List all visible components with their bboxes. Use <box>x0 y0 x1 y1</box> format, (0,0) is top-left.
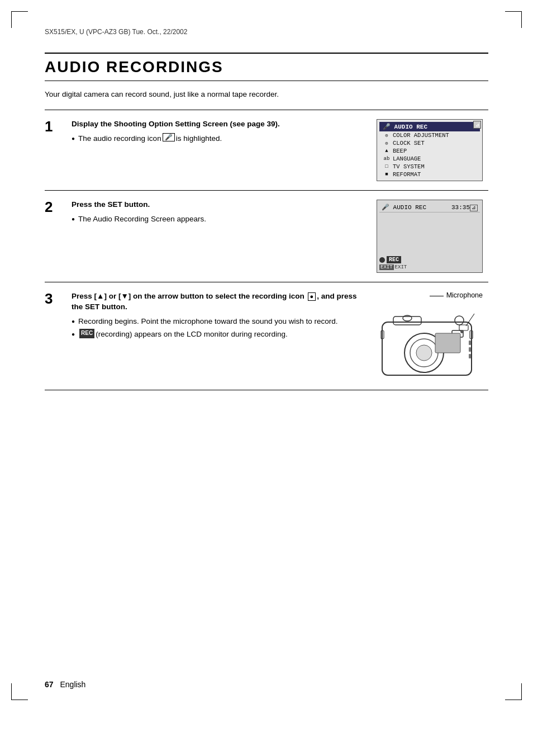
menu-header-1: 🎤 AUDIO REC ⊿ <box>379 122 480 131</box>
tv-icon: □ <box>383 164 391 169</box>
rec-button: REC <box>387 256 401 263</box>
step-3-bullet-1: Recording begins. Point the microphone t… <box>72 316 365 327</box>
page-footer: 67 English <box>45 680 85 689</box>
exit-highlight: EXIT <box>379 264 394 270</box>
step-1-bullets: The audio recording icon 🎤 is highlighte… <box>72 133 365 144</box>
menu-item-beep: ▲ BEEP <box>379 147 480 155</box>
svg-rect-6 <box>459 325 468 330</box>
audio-icon-inline: 🎤 <box>163 133 175 141</box>
step-1-number: 1 <box>45 119 67 134</box>
menu-item-color: ⊙ COLOR ADJUSTMENT <box>379 131 480 139</box>
page-number: 67 <box>45 680 54 689</box>
color-icon: ⊙ <box>383 133 391 139</box>
screen-menu-1: 🎤 AUDIO REC ⊿ ⊙ COLOR ADJUSTMENT ⊙ CLOCK… <box>377 119 483 181</box>
menu-item-reformat: ■ REFORMAT <box>379 171 480 178</box>
reformat-label: REFORMAT <box>393 171 421 178</box>
audio-header-label: 🎤 AUDIO REC <box>382 204 426 211</box>
step-1-bullet-1: The audio recording icon 🎤 is highlighte… <box>72 133 365 144</box>
menu-header-mic: 🎤 AUDIO REC <box>383 123 427 130</box>
menu-item-lang: ab LANGUAGE <box>379 155 480 163</box>
svg-rect-14 <box>469 347 471 352</box>
svg-rect-13 <box>469 341 471 345</box>
audio-time: 33:35⊿ <box>451 204 478 211</box>
step-3-number: 3 <box>45 291 67 306</box>
audio-header: 🎤 AUDIO REC 33:35⊿ <box>379 202 480 212</box>
microphone-label: Microphone <box>446 291 483 299</box>
step-3-bullet-2: REC (recording) appears on the LCD monit… <box>72 329 365 340</box>
svg-point-11 <box>460 330 464 333</box>
beep-icon: ▲ <box>383 148 391 154</box>
audio-footer: REC <box>379 254 480 263</box>
rec-badge: REC <box>79 329 94 338</box>
footer-language: English <box>60 680 85 689</box>
svg-rect-16 <box>435 333 460 353</box>
step-2-content: Press the SET button. The Audio Recordin… <box>72 200 377 226</box>
step-3: 3 Press [▲] or [▼] on the arrow button t… <box>45 282 488 390</box>
lang-label: LANGUAGE <box>393 155 421 162</box>
lang-icon: ab <box>383 156 391 162</box>
step-1: 1 Display the Shooting Option Setting Sc… <box>45 110 488 190</box>
audio-body <box>379 215 480 254</box>
page-title: AUDIO RECORDINGS <box>45 58 488 76</box>
camera-illustration <box>377 303 488 381</box>
step-1-title: Display the Shooting Option Setting Scre… <box>72 119 365 130</box>
screen-corner-1: ⊿ <box>473 121 481 129</box>
step-2-bullets: The Audio Recording Screen appears. <box>72 214 365 225</box>
screen-audio-2: 🎤 AUDIO REC 33:35⊿ REC EXIT EXIT <box>377 200 483 273</box>
step-3-bullets: Recording begins. Point the microphone t… <box>72 316 365 340</box>
exit-row: EXIT EXIT <box>379 264 480 270</box>
clock-label: CLOCK SET <box>393 140 425 147</box>
exit-text: EXIT <box>395 264 407 270</box>
rec-icon-inline: ● <box>308 292 316 301</box>
step-3-content: Press [▲] or [▼] on the arrow button to … <box>72 291 377 342</box>
step-2-image: 🎤 AUDIO REC 33:35⊿ REC EXIT EXIT <box>377 200 488 273</box>
menu-item-clock: ⊙ CLOCK SET <box>379 139 480 147</box>
svg-point-4 <box>416 345 432 361</box>
metadata-line: SX515/EX, U (VPC-AZ3 GB) Tue. Oct., 22/2… <box>45 28 488 36</box>
svg-point-10 <box>455 316 464 325</box>
step-1-image: 🎤 AUDIO REC ⊿ ⊙ COLOR ADJUSTMENT ⊙ CLOCK… <box>377 119 488 181</box>
step-2-title: Press the SET button. <box>72 200 365 210</box>
step-2-number: 2 <box>45 200 67 214</box>
step-2-bullet-1: The Audio Recording Screen appears. <box>72 214 365 225</box>
clock-icon: ⊙ <box>383 140 391 147</box>
page: SX515/EX, U (VPC-AZ3 GB) Tue. Oct., 22/2… <box>0 0 533 756</box>
step-3-image: Microphone <box>377 291 488 381</box>
tv-label: TV SYSTEM <box>393 163 425 170</box>
title-section: AUDIO RECORDINGS <box>45 53 488 81</box>
reformat-icon: ■ <box>383 172 391 177</box>
menu-item-tv: □ TV SYSTEM <box>379 163 480 171</box>
step-1-content: Display the Shooting Option Setting Scre… <box>72 119 377 146</box>
intro-text: Your digital camera can record sound, ju… <box>45 90 488 98</box>
color-label: COLOR ADJUSTMENT <box>393 132 449 139</box>
step-3-title: Press [▲] or [▼] on the arrow button to … <box>72 291 365 313</box>
step-2: 2 Press the SET button. The Audio Record… <box>45 190 488 282</box>
svg-rect-15 <box>469 354 471 358</box>
beep-label: BEEP <box>393 148 407 154</box>
